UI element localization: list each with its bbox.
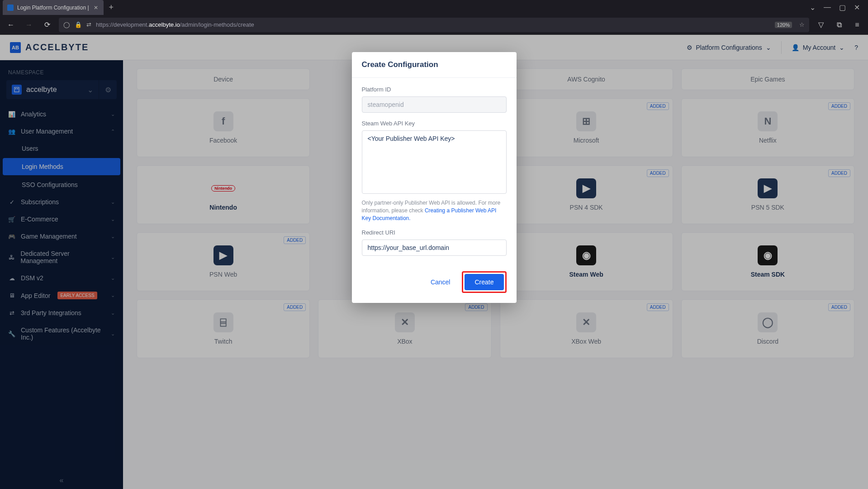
forward-button[interactable]: → bbox=[23, 19, 35, 31]
bookmark-star-icon[interactable]: ☆ bbox=[799, 21, 805, 28]
zoom-badge[interactable]: 120% bbox=[775, 22, 792, 28]
create-button-highlight: Create bbox=[462, 271, 506, 293]
api-key-helper: Only partner-only Publisher Web API is a… bbox=[362, 199, 507, 222]
window-controls: ⌄ — ▢ ✕ bbox=[810, 3, 868, 12]
url-text: https://development.accelbyte.io/admin/l… bbox=[96, 21, 254, 28]
browser-tab-strip: Login Platform Configuration | ✕ + ⌄ — ▢… bbox=[0, 0, 868, 15]
tab-title: Login Platform Configuration | bbox=[17, 5, 89, 11]
platform-id-input bbox=[362, 96, 507, 113]
create-configuration-modal: Create Configuration Platform ID Steam W… bbox=[352, 52, 517, 303]
close-tab-icon[interactable]: ✕ bbox=[93, 5, 99, 11]
redirect-uri-input[interactable] bbox=[362, 240, 507, 256]
api-key-label: Steam Web API Key bbox=[362, 120, 507, 127]
redirect-uri-label: Redirect URI bbox=[362, 229, 507, 236]
extensions-icon[interactable]: ⧉ bbox=[833, 19, 845, 31]
pocket-icon[interactable]: ▽ bbox=[815, 19, 827, 31]
new-tab-button[interactable]: + bbox=[109, 3, 114, 12]
chevron-down-icon[interactable]: ⌄ bbox=[810, 3, 816, 12]
app-root: AB ACCELBYTE ⚙ Platform Configurations ⌄… bbox=[0, 35, 868, 489]
minimize-icon[interactable]: — bbox=[824, 3, 831, 12]
shield-icon[interactable]: ◯ bbox=[63, 21, 70, 28]
reload-button[interactable]: ⟳ bbox=[41, 19, 53, 31]
permissions-icon[interactable]: ⇄ bbox=[86, 21, 91, 28]
menu-icon[interactable]: ≡ bbox=[851, 19, 863, 31]
close-window-icon[interactable]: ✕ bbox=[854, 3, 860, 12]
favicon bbox=[7, 5, 14, 11]
lock-icon[interactable]: 🔒 bbox=[75, 21, 82, 28]
cancel-button[interactable]: Cancel bbox=[425, 274, 456, 290]
api-key-textarea[interactable]: <Your Publisher Web API Key> bbox=[362, 130, 507, 194]
url-bar[interactable]: ◯ 🔒 ⇄ https://development.accelbyte.io/a… bbox=[59, 18, 809, 32]
browser-tab[interactable]: Login Platform Configuration | ✕ bbox=[3, 0, 104, 15]
back-button[interactable]: ← bbox=[5, 19, 17, 31]
platform-id-label: Platform ID bbox=[362, 86, 507, 93]
browser-toolbar: ← → ⟳ ◯ 🔒 ⇄ https://development.accelbyt… bbox=[0, 15, 868, 35]
maximize-icon[interactable]: ▢ bbox=[839, 3, 846, 12]
modal-title: Create Configuration bbox=[352, 52, 517, 78]
create-button[interactable]: Create bbox=[465, 274, 503, 290]
